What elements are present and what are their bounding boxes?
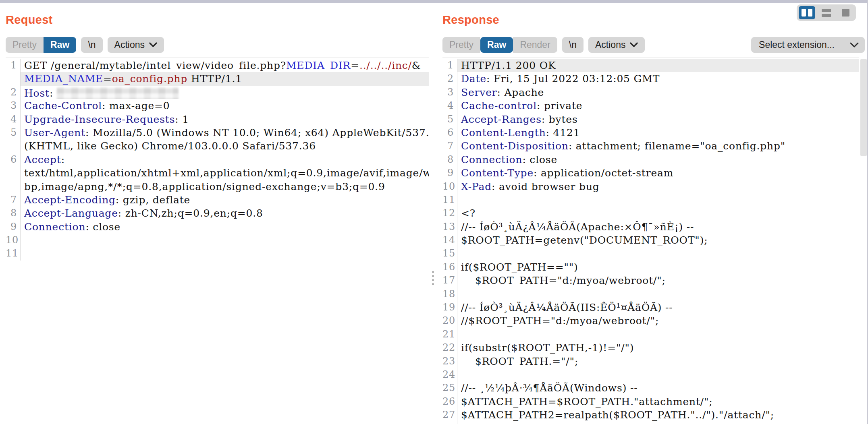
editor-line[interactable]: 6Content-Length: 4121 xyxy=(442,126,859,139)
line-text: $ROOT_PATH=getenv("DOCUMENT_ROOT"); xyxy=(457,234,859,247)
editor-line[interactable]: MEDIA_NAME=oa_config.php HTTP/1.1 xyxy=(6,72,429,85)
select-extension-dropdown[interactable]: Select extension... xyxy=(751,37,865,53)
line-text: Host: xyxy=(21,86,429,99)
editor-line[interactable]: 5User-Agent: Mozilla/5.0 (Windows NT 10.… xyxy=(6,126,429,139)
editor-line[interactable]: 18 xyxy=(442,287,859,301)
editor-line[interactable]: 15 xyxy=(442,247,859,260)
request-title: Request xyxy=(6,13,429,27)
line-number: 25 xyxy=(442,381,457,395)
editor-line[interactable]: 19//-- ÍøÒ³¸ùÄ¿Â¼ÅäÖÃ(IIS:ÊÖ¹¤ÅäÖÃ) -- xyxy=(442,301,859,314)
editor-line[interactable]: 7Content-Disposition: attachment; filena… xyxy=(442,139,859,153)
line-number: 14 xyxy=(442,234,457,247)
editor-line[interactable]: 16if($ROOT_PATH=="") xyxy=(442,261,859,274)
single-layout-button[interactable] xyxy=(837,6,854,19)
actions-button[interactable]: Actions xyxy=(588,37,645,53)
line-text xyxy=(21,234,429,247)
line-text xyxy=(457,247,859,260)
editor-line[interactable]: 3Cache-Control: max-age=0 xyxy=(6,99,429,112)
rows-layout-button[interactable] xyxy=(818,6,835,19)
editor-line[interactable]: 2Date: Fri, 15 Jul 2022 03:12:05 GMT xyxy=(442,72,859,85)
editor-line[interactable]: 14$ROOT_PATH=getenv("DOCUMENT_ROOT"); xyxy=(442,234,859,247)
editor-line[interactable]: 23 $ROOT_PATH.="/"; xyxy=(442,355,859,368)
editor-line[interactable]: 1HTTP/1.1 200 OK xyxy=(442,59,859,72)
editor-line[interactable]: 22if(substr($ROOT_PATH,-1)!="/") xyxy=(442,341,859,354)
request-editor[interactable]: 1GET /general/mytable/intel_view/video_f… xyxy=(6,58,429,261)
editor-line[interactable]: 20//$ROOT_PATH="d:/myoa/webroot/"; xyxy=(442,314,859,327)
editor-line[interactable]: 25//-- ¸½¼þÂ·¾¶ÅäÖÃ(Windows) -- xyxy=(442,381,859,395)
tab-raw[interactable]: Raw xyxy=(44,37,76,53)
line-text xyxy=(457,287,859,301)
editor-line[interactable]: 4Cache-control: private xyxy=(442,99,859,112)
editor-line[interactable]: 27$ATTACH_PATH2=realpath($ROOT_PATH."../… xyxy=(442,408,859,422)
editor-line[interactable]: 2Host: xyxy=(6,86,429,99)
line-text: User-Agent: Mozilla/5.0 (Windows NT 10.0… xyxy=(21,126,429,139)
single-layout-icon xyxy=(842,9,849,17)
line-number: 23 xyxy=(442,355,457,368)
editor-line[interactable]: text/html,application/xhtml+xml,applicat… xyxy=(6,166,429,180)
editor-line[interactable]: 5Accept-Ranges: bytes xyxy=(442,113,859,126)
line-number: 2 xyxy=(6,86,21,99)
tab-newline[interactable]: \n xyxy=(81,37,102,53)
columns-layout-button[interactable] xyxy=(799,6,815,19)
editor-line[interactable]: 10X-Pad: avoid browser bug xyxy=(442,180,859,193)
tab-raw[interactable]: Raw xyxy=(480,37,513,53)
editor-line[interactable]: 11 xyxy=(442,193,859,207)
line-text: HTTP/1.1 200 OK xyxy=(457,59,859,72)
response-scrollbar-thumb[interactable] xyxy=(860,59,867,156)
editor-line[interactable]: 8Connection: close xyxy=(442,153,859,166)
editor-line[interactable]: 21 xyxy=(442,328,859,341)
columns-layout-icon xyxy=(802,9,806,17)
line-text: Date: Fri, 15 Jul 2022 03:12:05 GMT xyxy=(457,72,859,85)
rows-layout-icon xyxy=(822,9,831,17)
editor-line[interactable]: 17 $ROOT_PATH="d:/myoa/webroot/"; xyxy=(442,274,859,287)
line-number: 4 xyxy=(442,99,457,112)
drag-handle-icon[interactable] xyxy=(432,271,434,285)
editor-line[interactable]: bp,image/apng,*/*;q=0.8,application/sign… xyxy=(6,180,429,193)
editor-line[interactable]: 6Accept: xyxy=(6,153,429,166)
line-number: 6 xyxy=(6,153,21,166)
line-text: if($ROOT_PATH=="") xyxy=(457,261,859,274)
line-number: 28 xyxy=(442,422,457,424)
editor-line[interactable]: 28 xyxy=(442,422,859,424)
request-format-tabs: Pretty Raw xyxy=(6,37,76,53)
editor-line[interactable]: 7Accept-Encoding: gzip, deflate xyxy=(6,193,429,207)
line-text xyxy=(457,328,859,341)
line-text: Accept-Encoding: gzip, deflate xyxy=(21,193,429,207)
chevron-down-icon xyxy=(630,42,638,48)
message-editor-split-view: Request Pretty Raw \n Actions 1GET /gene… xyxy=(0,3,868,424)
tab-render[interactable]: Render xyxy=(513,37,557,53)
line-text: GET /general/mytable/intel_view/video_fi… xyxy=(21,59,429,72)
tab-pretty[interactable]: Pretty xyxy=(442,37,480,53)
request-editor-lines: 1GET /general/mytable/intel_view/video_f… xyxy=(6,59,429,261)
editor-line[interactable]: 26$ATTACH_PATH=$ROOT_PATH."attachment/"; xyxy=(442,395,859,408)
pane-divider[interactable] xyxy=(429,3,438,424)
line-text: Cache-control: private xyxy=(457,99,859,112)
editor-line[interactable]: 8Accept-Language: zh-CN,zh;q=0.9,en;q=0.… xyxy=(6,207,429,220)
line-text: Connection: close xyxy=(457,153,859,166)
editor-line[interactable]: 11 xyxy=(6,247,429,260)
line-number: 1 xyxy=(6,59,21,72)
editor-line[interactable]: 9Connection: close xyxy=(6,220,429,234)
editor-line[interactable]: 1GET /general/mytable/intel_view/video_f… xyxy=(6,59,429,72)
editor-line[interactable]: 24 xyxy=(442,368,859,381)
line-text: if(substr($ROOT_PATH,-1)!="/") xyxy=(457,341,859,354)
editor-line[interactable]: 3Server: Apache xyxy=(442,86,859,99)
actions-button[interactable]: Actions xyxy=(108,37,164,53)
tab-pretty[interactable]: Pretty xyxy=(6,37,44,53)
tab-newline[interactable]: \n xyxy=(562,37,584,53)
editor-line[interactable]: 12<? xyxy=(442,207,859,220)
editor-line[interactable]: 13//-- ÍøÒ³¸ùÄ¿Â¼ÅäÖÃ(Apache:×Ô¶¯»ñÈ¡) -… xyxy=(442,220,859,234)
editor-line[interactable]: 9Content-Type: application/octet-stream xyxy=(442,166,859,180)
line-text: <? xyxy=(457,207,859,220)
layout-switcher xyxy=(797,4,856,21)
line-number: 7 xyxy=(442,139,457,153)
line-number: 15 xyxy=(442,247,457,260)
line-text: Server: Apache xyxy=(457,86,859,99)
chevron-down-icon xyxy=(850,42,859,48)
editor-line[interactable]: 10 xyxy=(6,234,429,247)
editor-line[interactable]: (KHTML, like Gecko) Chrome/103.0.0.0 Saf… xyxy=(6,139,429,153)
editor-line[interactable]: 4Upgrade-Insecure-Requests: 1 xyxy=(6,113,429,126)
line-number: 13 xyxy=(442,220,457,234)
response-editor[interactable]: 1HTTP/1.1 200 OK2Date: Fri, 15 Jul 2022 … xyxy=(442,58,859,424)
line-text: Accept-Ranges: bytes xyxy=(457,113,859,126)
